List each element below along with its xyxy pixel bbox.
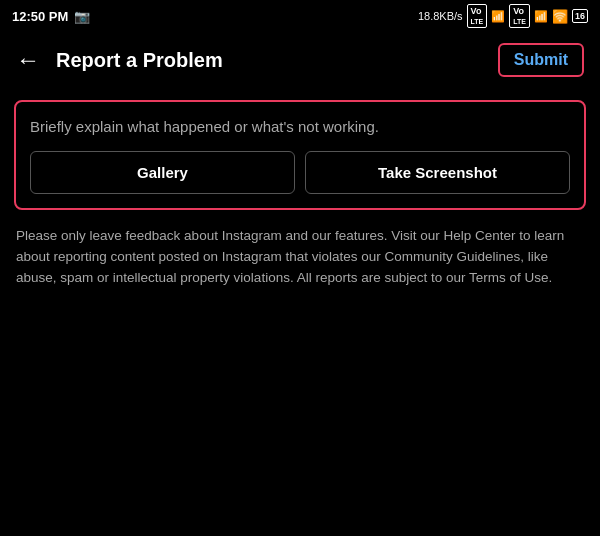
submit-button[interactable]: Submit (498, 43, 584, 77)
screenshot-button[interactable]: Take Screenshot (305, 151, 570, 194)
lte-icon-1: VoLTE (467, 4, 488, 28)
status-left: 12:50 PM 📷 (12, 9, 90, 24)
input-section: Briefly explain what happened or what's … (14, 100, 586, 210)
media-button-row: Gallery Take Screenshot (30, 151, 570, 194)
lte-icon-2: VoLTE (509, 4, 530, 28)
status-right: 18.8KB/s VoLTE 📶 VoLTE 📶 🛜 16 (418, 4, 588, 28)
network-speed: 18.8KB/s (418, 10, 463, 22)
header: ← Report a Problem Submit (0, 32, 600, 88)
header-left: ← Report a Problem (16, 48, 223, 72)
page-title: Report a Problem (56, 49, 223, 72)
input-placeholder[interactable]: Briefly explain what happened or what's … (30, 116, 570, 137)
time-display: 12:50 PM (12, 9, 68, 24)
video-icon: 📷 (74, 9, 90, 24)
main-content: Briefly explain what happened or what's … (0, 88, 600, 301)
wifi-icon: 🛜 (552, 9, 568, 24)
battery-display: 16 (572, 9, 588, 23)
gallery-button[interactable]: Gallery (30, 151, 295, 194)
signal-bars-2: 📶 (534, 10, 548, 23)
back-button[interactable]: ← (16, 48, 40, 72)
status-bar: 12:50 PM 📷 18.8KB/s VoLTE 📶 VoLTE 📶 🛜 16 (0, 0, 600, 32)
signal-bars-1: 📶 (491, 10, 505, 23)
info-text: Please only leave feedback about Instagr… (14, 226, 586, 289)
